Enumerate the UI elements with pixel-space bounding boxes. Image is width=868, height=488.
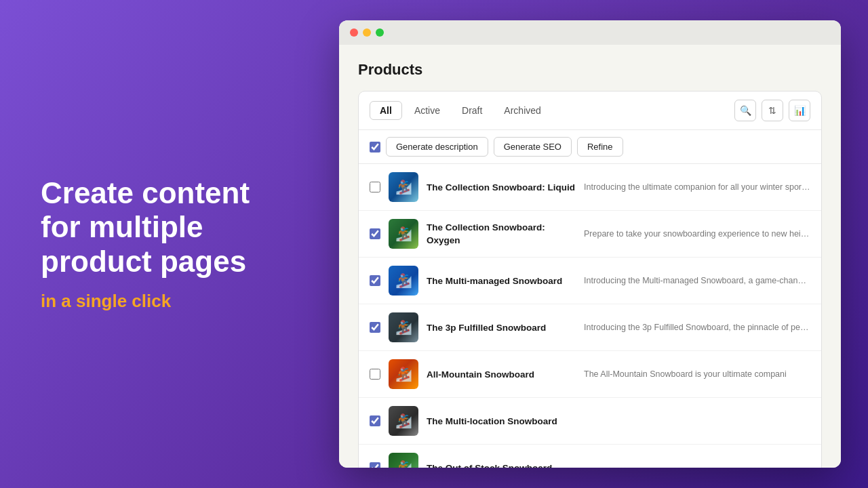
product-checkbox-4[interactable]	[370, 322, 380, 333]
generate-description-button[interactable]: Generate description	[386, 137, 488, 157]
product-checkbox-5[interactable]	[370, 369, 380, 380]
product-name-4: The 3p Fulfilled Snowboard	[427, 321, 576, 334]
maximize-dot	[376, 28, 384, 37]
tab-draft[interactable]: Draft	[452, 102, 492, 119]
product-checkbox-1[interactable]	[370, 182, 380, 192]
tab-all[interactable]: All	[370, 101, 402, 120]
products-list: 🏂The Collection Snowboard: LiquidIntrodu…	[359, 164, 821, 468]
minimize-dot	[363, 28, 371, 37]
table-row: 🏂The Collection Snowboard: OxygenPrepare…	[359, 211, 821, 258]
snowboard-icon: 🏂	[395, 460, 412, 468]
tabs-row: All Active Draft Archived 🔍 ⇅ 📊	[359, 92, 821, 130]
product-name-2: The Collection Snowboard: Oxygen	[427, 221, 576, 246]
product-thumb-7: 🏂	[389, 453, 418, 468]
product-thumb-2: 🏂	[389, 219, 418, 249]
product-thumb-5: 🏂	[389, 359, 418, 389]
product-thumb-4: 🏂	[389, 312, 418, 342]
table-row: 🏂The Collection Snowboard: LiquidIntrodu…	[359, 164, 821, 211]
product-checkbox-2[interactable]	[370, 228, 380, 239]
browser-window: Products All Active Draft Archived 🔍 ⇅ 📊	[339, 20, 841, 468]
search-icon: 🔍	[740, 105, 751, 116]
snowboard-icon: 🏂	[395, 272, 412, 289]
tab-archived[interactable]: Archived	[494, 102, 550, 119]
product-desc-5: The All-Mountain Snowboard is your ultim…	[584, 369, 810, 379]
product-name-5: All-Mountain Snowboard	[427, 368, 576, 381]
products-panel: All Active Draft Archived 🔍 ⇅ 📊 Generate…	[358, 91, 822, 468]
chart-button[interactable]: 📊	[789, 100, 810, 121]
generate-seo-button[interactable]: Generate SEO	[494, 137, 572, 157]
tab-active[interactable]: Active	[405, 102, 450, 119]
search-button[interactable]: 🔍	[734, 100, 756, 121]
table-row: 🏂The Multi-managed SnowboardIntroducing …	[359, 258, 821, 304]
page-title: Products	[358, 61, 822, 79]
headline: Create content for multiple product page…	[41, 176, 285, 279]
product-checkbox-7[interactable]	[370, 462, 380, 468]
product-thumb-6: 🏂	[389, 406, 418, 436]
sort-button[interactable]: ⇅	[762, 100, 783, 121]
product-checkbox-3[interactable]	[370, 275, 380, 286]
refine-button[interactable]: Refine	[577, 137, 623, 157]
browser-titlebar	[339, 20, 841, 45]
table-row: 🏂The Multi-location Snowboard	[359, 398, 821, 445]
actions-row: Generate description Generate SEO Refine	[359, 130, 821, 164]
table-row: 🏂All-Mountain SnowboardThe All-Mountain …	[359, 351, 821, 398]
close-dot	[350, 28, 358, 37]
product-name-7: The Out of Stock Snowboard	[427, 462, 576, 468]
product-name-6: The Multi-location Snowboard	[427, 415, 576, 428]
product-desc-3: Introducing the Multi-managed Snowboard,…	[584, 276, 810, 285]
product-desc-4: Introducing the 3p Fulfilled Snowboard, …	[584, 323, 810, 332]
table-row: 🏂The 3p Fulfilled SnowboardIntroducing t…	[359, 304, 821, 351]
snowboard-icon: 🏂	[395, 319, 412, 336]
snowboard-icon: 🏂	[395, 179, 412, 195]
select-all-checkbox[interactable]	[370, 142, 380, 152]
product-name-3: The Multi-managed Snowboard	[427, 274, 576, 287]
product-desc-1: Introducing the ultimate companion for a…	[584, 182, 810, 192]
tagline: in a single click	[41, 291, 285, 312]
product-desc-2: Prepare to take your snowboarding experi…	[584, 229, 810, 239]
left-panel: Create content for multiple product page…	[27, 176, 285, 312]
product-thumb-1: 🏂	[389, 172, 418, 202]
browser-content: Products All Active Draft Archived 🔍 ⇅ 📊	[339, 45, 841, 468]
product-name-1: The Collection Snowboard: Liquid	[427, 181, 576, 194]
snowboard-icon: 🏂	[395, 413, 412, 429]
product-checkbox-6[interactable]	[370, 415, 380, 426]
sort-icon: ⇅	[768, 105, 776, 116]
snowboard-icon: 🏂	[395, 366, 412, 382]
table-row: 🏂The Out of Stock Snowboard	[359, 445, 821, 468]
chart-icon: 📊	[794, 105, 806, 116]
product-thumb-3: 🏂	[389, 266, 418, 296]
snowboard-icon: 🏂	[395, 226, 412, 242]
